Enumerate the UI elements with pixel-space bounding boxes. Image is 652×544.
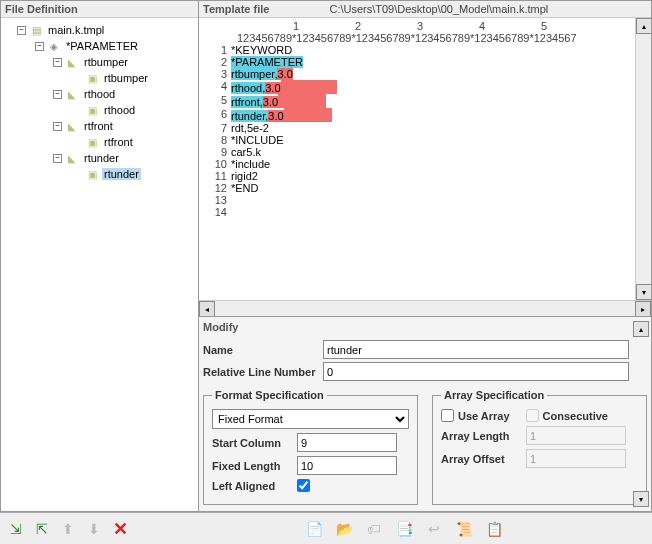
scroll-up-icon[interactable]: ▴ [636, 18, 651, 34]
tag-icon[interactable]: 🏷 [364, 519, 384, 539]
code-line[interactable]: 3rtbumper,3.0 [199, 68, 635, 80]
collapse-icon[interactable]: − [17, 26, 26, 35]
code-line[interactable]: 5rtfront,3.0 [199, 94, 635, 108]
name-input[interactable] [323, 340, 629, 359]
line-number: 1 [199, 44, 231, 56]
code-line[interactable]: 1*KEYWORD [199, 44, 635, 56]
editor-vscrollbar[interactable]: ▴ ▾ [635, 18, 651, 300]
scroll-up-icon[interactable]: ▴ [633, 321, 649, 337]
scroll-right-icon[interactable]: ▸ [635, 301, 651, 317]
code-line[interactable]: 2*PARAMETER [199, 56, 635, 68]
line-text: rigid2 [231, 170, 258, 182]
array-offset-label: Array Offset [441, 453, 526, 465]
tree-parameter[interactable]: − ◈ *PARAMETER [3, 38, 196, 54]
collapse-icon[interactable]: − [53, 90, 62, 99]
delete-icon[interactable]: ✕ [110, 519, 130, 539]
collapse-icon[interactable]: − [35, 42, 44, 51]
line-number: 13 [199, 194, 231, 206]
doc-open-icon[interactable]: 📂 [334, 519, 354, 539]
tree-group-rthood[interactable]: − ◣ rthood [3, 86, 196, 102]
scroll-down-icon[interactable]: ▾ [636, 284, 651, 300]
line-text: *include [231, 158, 270, 170]
array-offset-input [526, 449, 626, 468]
tree-group-rtfront[interactable]: − ◣ rtfront [3, 118, 196, 134]
copy-icon[interactable]: 📑 [394, 519, 414, 539]
line-text: rtunder,3.0 [231, 108, 332, 122]
main-area: File Definition − ▤ main.k.tmpl − ◈ *PAR… [0, 0, 652, 512]
code-line[interactable]: 4rthood,3.0 [199, 80, 635, 94]
line-number: 2 [199, 56, 231, 68]
tree-group-rtunder[interactable]: − ◣ rtunder [3, 150, 196, 166]
tree-leaf-rtunder[interactable]: ▣ rtunder [3, 166, 196, 182]
line-number: 12 [199, 182, 231, 194]
left-panel: File Definition − ▤ main.k.tmpl − ◈ *PAR… [1, 1, 199, 511]
code-line[interactable]: 10*include [199, 158, 635, 170]
arrow-down-icon[interactable]: ⬇ [84, 519, 104, 539]
arrow-up-icon[interactable]: ⬆ [58, 519, 78, 539]
line-text: rtbumper,3.0 [231, 68, 293, 80]
template-editor[interactable]: 1 2 3 4 5 123456789*123456789*123456789*… [199, 18, 635, 300]
leaf-icon: ▣ [85, 167, 99, 181]
tag-icon: ◣ [65, 55, 79, 69]
fixed-length-input[interactable] [297, 456, 397, 475]
tree-leaf-rthood[interactable]: ▣ rthood [3, 102, 196, 118]
code-line[interactable]: 12*END [199, 182, 635, 194]
line-text: rdt,5e-2 [231, 122, 269, 134]
code-line[interactable]: 14 [199, 206, 635, 218]
collapse-icon[interactable]: − [53, 122, 62, 131]
code-line[interactable]: 8*INCLUDE [199, 134, 635, 146]
line-number: 8 [199, 134, 231, 146]
use-array-checkbox[interactable] [441, 409, 454, 422]
send-back-icon[interactable]: ↩ [424, 519, 444, 539]
diamond-icon: ◈ [47, 39, 61, 53]
leaf-icon: ▣ [85, 135, 99, 149]
line-text: *PARAMETER [231, 56, 303, 68]
bottom-toolbar: ⇲ ⇱ ⬆ ⬇ ✕ 📄 📂 🏷 📑 ↩ 📜 📋 [0, 512, 652, 544]
consecutive-checkbox [526, 409, 539, 422]
format-legend: Format Specification [212, 389, 327, 401]
tree-expand-icon[interactable]: ⇲ [6, 519, 26, 539]
left-aligned-checkbox[interactable] [297, 479, 310, 492]
use-array-label: Use Array [458, 410, 510, 422]
line-number: 9 [199, 146, 231, 158]
format-type-select[interactable]: Fixed Format [212, 409, 409, 429]
editor-hscrollbar[interactable]: ◂ ▸ [199, 300, 651, 316]
tree-root[interactable]: − ▤ main.k.tmpl [3, 22, 196, 38]
template-title: Template file [203, 3, 269, 15]
file-icon: ▤ [29, 23, 43, 37]
name-label: Name [203, 344, 323, 356]
scroll-left-icon[interactable]: ◂ [199, 301, 215, 317]
start-column-input[interactable] [297, 433, 397, 452]
file-tree[interactable]: − ▤ main.k.tmpl − ◈ *PARAMETER − ◣ rtbum… [1, 18, 198, 511]
modify-vscrollbar[interactable]: ▴ ▾ [633, 321, 649, 507]
code-body[interactable]: 1*KEYWORD2*PARAMETER3rtbumper,3.04rthood… [199, 44, 635, 218]
tree-group-rtbumper[interactable]: − ◣ rtbumper [3, 54, 196, 70]
right-panel: Template file C:\Users\T09\Desktop\00_Mo… [199, 1, 651, 511]
code-line[interactable]: 6rtunder,3.0 [199, 108, 635, 122]
tree-leaf-rtfront[interactable]: ▣ rtfront [3, 134, 196, 150]
line-text: rtfront,3.0 [231, 94, 326, 108]
collapse-icon[interactable]: − [53, 58, 62, 67]
file-definition-header: File Definition [1, 1, 198, 18]
array-legend: Array Specification [441, 389, 547, 401]
column-ruler-major: 1 2 3 4 5 [199, 20, 635, 32]
code-line[interactable]: 9car5.k [199, 146, 635, 158]
code-line[interactable]: 13 [199, 194, 635, 206]
scroll-down-icon[interactable]: ▾ [633, 491, 649, 507]
tree-collapse-icon[interactable]: ⇱ [32, 519, 52, 539]
tree-leaf-rtbumper[interactable]: ▣ rtbumper [3, 70, 196, 86]
script-icon[interactable]: 📜 [454, 519, 474, 539]
consecutive-label: Consecutive [543, 410, 608, 422]
code-line[interactable]: 7rdt,5e-2 [199, 122, 635, 134]
collapse-icon[interactable]: − [53, 154, 62, 163]
left-aligned-label: Left Aligned [212, 480, 297, 492]
template-path: C:\Users\T09\Desktop\00_Model\main.k.tmp… [329, 3, 548, 15]
line-number: 6 [199, 108, 231, 122]
column-ruler-minor: 123456789*123456789*123456789*123456789*… [199, 32, 635, 44]
leaf-icon: ▣ [85, 103, 99, 117]
code-line[interactable]: 11rigid2 [199, 170, 635, 182]
script-alt-icon[interactable]: 📋 [484, 519, 504, 539]
format-specification: Format Specification Fixed Format Start … [203, 389, 418, 505]
relative-line-input[interactable] [323, 362, 629, 381]
doc-new-icon[interactable]: 📄 [304, 519, 324, 539]
